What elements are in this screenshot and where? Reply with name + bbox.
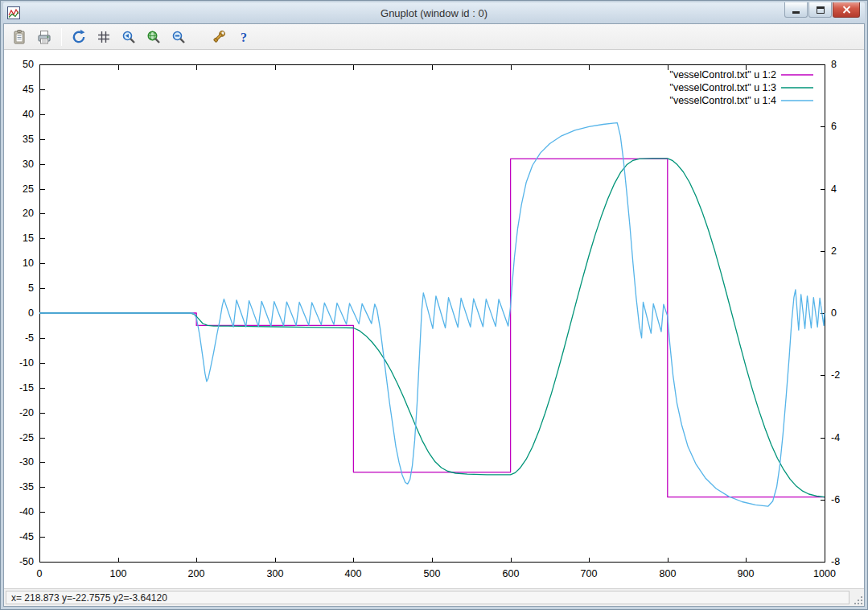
replot-button[interactable] [68, 27, 89, 47]
svg-text:4: 4 [831, 183, 837, 195]
svg-text:5: 5 [28, 282, 34, 294]
svg-text:-25: -25 [19, 432, 34, 443]
series-line-3 [39, 123, 825, 507]
svg-text:10: 10 [23, 258, 34, 269]
help-button[interactable]: ? [233, 27, 254, 47]
tick-labels: 01002003004005006007008009001000-50-45-4… [19, 59, 840, 579]
svg-text:25: 25 [23, 183, 34, 195]
cursor-position-text: x= 218.873 y=-22.7575 y2=-3.64120 [11, 592, 167, 604]
zoom-previous-icon [121, 29, 137, 45]
svg-text:1000: 1000 [813, 568, 836, 579]
legend: "vesselControl.txt" u 1:2"vesselControl.… [669, 69, 813, 106]
toolbar-separator [61, 28, 62, 46]
toolbar: ? [4, 24, 864, 50]
minimize-button[interactable] [784, 2, 808, 18]
svg-text:50: 50 [23, 59, 34, 70]
gnuplot-window: Gnuplot (window id : 0) [0, 0, 868, 610]
maximize-icon [817, 6, 825, 14]
resize-grip[interactable] [853, 595, 863, 605]
svg-text:600: 600 [503, 568, 520, 579]
svg-text:-2: -2 [831, 369, 840, 381]
close-button[interactable] [833, 2, 860, 18]
printer-icon [36, 29, 52, 45]
toggle-grid-button[interactable] [93, 27, 114, 47]
svg-text:"vesselControl.txt" u 1:2: "vesselControl.txt" u 1:2 [669, 69, 776, 80]
series-line-1 [39, 159, 825, 497]
grid-icon [96, 29, 112, 45]
svg-text:300: 300 [267, 568, 284, 579]
svg-text:35: 35 [23, 134, 34, 145]
cursor-position-panel: x= 218.873 y=-22.7575 y2=-3.64120 [6, 591, 849, 604]
svg-text:-45: -45 [19, 531, 34, 542]
svg-text:700: 700 [581, 568, 598, 579]
series-line-2 [39, 159, 825, 497]
minimize-icon [792, 11, 800, 14]
copy-to-clipboard-button[interactable] [9, 27, 30, 47]
plot-svg[interactable]: 01002003004005006007008009001000-50-45-4… [4, 50, 864, 588]
svg-text:100: 100 [110, 568, 127, 579]
zoom-next-icon [146, 29, 162, 45]
svg-text:"vesselControl.txt" u 1:3: "vesselControl.txt" u 1:3 [669, 82, 776, 93]
svg-text:?: ? [241, 30, 247, 43]
svg-text:"vesselControl.txt" u 1:4: "vesselControl.txt" u 1:4 [669, 95, 776, 106]
svg-text:-50: -50 [19, 556, 34, 567]
zoom-previous-button[interactable] [118, 27, 139, 47]
svg-text:-5: -5 [25, 332, 34, 344]
svg-text:20: 20 [23, 208, 34, 219]
window-title: Gnuplot (window id : 0) [3, 7, 865, 19]
export-print-button[interactable] [34, 27, 55, 47]
zoom-next-button[interactable] [143, 27, 164, 47]
svg-text:2: 2 [831, 245, 837, 257]
svg-text:-10: -10 [19, 357, 34, 369]
svg-text:400: 400 [345, 568, 362, 579]
clipboard-icon [11, 29, 27, 45]
svg-text:-15: -15 [19, 382, 34, 394]
svg-text:200: 200 [188, 568, 205, 579]
unzoom-button[interactable] [168, 27, 189, 47]
svg-text:500: 500 [424, 568, 441, 579]
svg-text:800: 800 [660, 568, 677, 579]
svg-text:8: 8 [831, 59, 837, 70]
maximize-button[interactable] [808, 2, 832, 18]
client-area: ? 01002003004005006007008009001000-50-45… [3, 23, 865, 607]
wrench-icon [211, 29, 227, 45]
title-bar[interactable]: Gnuplot (window id : 0) [3, 2, 865, 23]
svg-text:6: 6 [831, 121, 837, 132]
settings-button[interactable] [208, 27, 229, 47]
svg-text:-6: -6 [831, 494, 840, 505]
svg-text:-30: -30 [19, 456, 34, 468]
status-bar: x= 218.873 y=-22.7575 y2=-3.64120 [4, 588, 864, 606]
close-icon [842, 6, 851, 14]
svg-text:-8: -8 [831, 556, 840, 567]
svg-text:45: 45 [23, 84, 34, 95]
refresh-icon [71, 29, 87, 45]
svg-text:30: 30 [23, 159, 34, 170]
svg-text:0: 0 [37, 568, 43, 579]
svg-text:15: 15 [23, 233, 34, 244]
svg-text:0: 0 [28, 307, 34, 319]
svg-text:-40: -40 [19, 506, 34, 517]
plot-area: 01002003004005006007008009001000-50-45-4… [4, 50, 864, 588]
gnuplot-app-icon [7, 6, 20, 19]
window-controls [784, 2, 860, 18]
svg-text:-20: -20 [19, 407, 34, 418]
unzoom-icon [171, 29, 187, 45]
svg-text:-4: -4 [831, 432, 840, 443]
help-icon: ? [236, 29, 252, 45]
svg-text:-35: -35 [19, 481, 34, 493]
svg-text:0: 0 [831, 307, 837, 319]
svg-text:900: 900 [738, 568, 755, 579]
svg-text:40: 40 [23, 109, 34, 120]
